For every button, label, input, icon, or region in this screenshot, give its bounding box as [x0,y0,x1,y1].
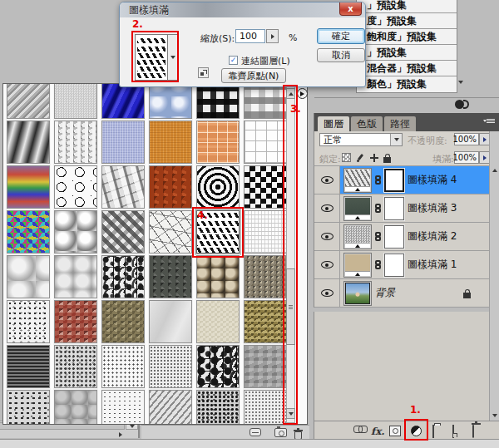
layer-thumbnail[interactable] [343,168,372,193]
pattern-swatch-blue-satin[interactable] [101,83,145,119]
pattern-swatch-light-speckle[interactable] [149,345,192,388]
layers-scrollbar[interactable] [489,131,499,421]
pattern-swatch-psychedelic-noise[interactable] [7,210,50,254]
lock-transparency-icon[interactable] [342,153,351,162]
snap-origin-button[interactable]: 靠齊原點(N) [221,68,286,83]
visibility-toggle[interactable] [314,194,340,222]
arrow-right-icon[interactable] [119,432,122,437]
layer-row[interactable]: 圖樣填滿 4 [314,166,489,194]
cancel-button[interactable]: 取消 [317,48,365,62]
pattern-swatch-rust[interactable] [149,165,192,209]
pattern-swatch-orange-fabric[interactable] [149,121,192,164]
pattern-swatch-soft-gray[interactable] [54,390,97,425]
pattern-swatch-beige-stone[interactable] [196,300,240,343]
lock-all-icon[interactable] [383,157,391,163]
pattern-swatch-black-weave[interactable] [196,83,240,119]
tab-layers[interactable]: 圖層 [318,116,349,131]
tab-channels[interactable]: 色版 [351,116,383,131]
layer-row[interactable]: 圖樣填滿 3 [314,194,489,223]
ok-button[interactable]: 確定 [317,28,365,44]
pattern-swatch-rainbow-stripes[interactable] [7,165,50,209]
new-layer-icon[interactable] [452,425,454,438]
link-layers-checkbox[interactable]: ✓ [229,56,238,65]
pattern-swatch-white-speckle-fine[interactable] [101,345,145,388]
snapshot-icon[interactable] [274,428,287,437]
new-preset-icon[interactable] [198,67,209,78]
pattern-swatch-light-noise[interactable] [244,390,287,425]
pattern-swatch-rough-gray[interactable] [244,345,287,388]
pattern-swatch-zigzag-relief[interactable] [101,210,145,254]
scale-input[interactable]: 100 [235,29,265,43]
pattern-scrollbar-track[interactable] [286,86,295,423]
preset-menu-item[interactable]: 顏色」預設集 [357,76,457,92]
pattern-swatch-dark-speckle[interactable] [196,390,240,425]
tab-paths[interactable]: 路徑 [384,116,416,131]
visibility-toggle[interactable] [314,166,340,194]
pattern-swatch-optical-checker[interactable] [244,165,287,209]
pattern-swatch-gray-speckle[interactable] [54,345,97,388]
preset-menu-scroll-down-icon[interactable] [458,81,463,84]
pattern-swatch-orange-grid[interactable] [196,121,240,164]
pattern-swatch-gravel[interactable] [244,255,287,298]
pattern-swatch-blue-bubbles[interactable] [149,83,192,119]
pattern-scrollbar-thumb[interactable] [286,268,295,345]
pattern-swatch-gray-splatter[interactable] [54,121,97,164]
layer-style-icon[interactable]: fx. [371,426,385,436]
pattern-swatch-gray-granite[interactable] [7,390,50,425]
pattern-swatch-ink-splotches[interactable] [101,255,145,298]
visibility-toggle[interactable] [314,223,340,250]
pattern-swatch-red-granite[interactable] [54,300,97,343]
layer-thumbnail[interactable] [343,281,372,306]
pattern-swatch-white-grid[interactable] [244,121,287,164]
preset-menu-item[interactable]: 」預設集 [357,0,457,13]
pattern-scroll-up-button[interactable] [286,88,295,99]
pattern-swatch-white-noise[interactable] [101,390,145,425]
pattern-swatch-crumpled-gray[interactable] [101,165,145,209]
layer-mask-thumbnail[interactable] [384,225,404,249]
visibility-toggle[interactable] [314,251,340,278]
layer-row[interactable]: 圖樣填滿 2 [314,223,489,251]
blend-mode-dropdown[interactable]: 正常 [319,133,403,146]
delete-layer-icon[interactable] [472,425,474,438]
layer-row[interactable]: 圖樣填滿 1 [314,251,489,279]
pattern-swatch-ink-squiggles[interactable] [54,165,97,209]
close-icon[interactable]: x [339,2,362,16]
pattern-swatch-gray-clouds[interactable] [7,255,50,298]
add-mask-icon[interactable] [389,426,401,436]
pattern-swatch-fine-noise[interactable] [54,83,97,119]
layer-row[interactable]: 背景 [314,279,489,308]
new-group-icon[interactable] [432,425,434,438]
pattern-swatch-white-speckle[interactable] [7,300,50,343]
opacity-value[interactable]: 100% [454,133,479,145]
pattern-swatch-smooth-waves[interactable] [7,121,50,164]
pattern-swatch-soft-clouds[interactable] [54,210,97,254]
layer-mask-thumbnail[interactable] [384,197,404,220]
preset-menu-item[interactable]: 」預設集 [357,45,457,61]
lock-position-icon[interactable] [369,153,379,163]
pattern-swatch-pebbles[interactable] [196,255,240,298]
layer-mask-thumbnail[interactable] [384,254,404,277]
scale-dropdown-button[interactable] [266,29,279,43]
pattern-swatch-blue-fabric[interactable] [101,121,145,164]
pattern-panel-menu-button[interactable] [297,88,308,99]
panel-menu-icon[interactable] [483,118,495,126]
pattern-swatch-cracked-plaster[interactable] [149,210,192,254]
visibility-toggle[interactable] [314,279,340,307]
layer-mask-thumbnail[interactable] [384,169,404,192]
layer-thumbnail[interactable] [343,224,372,249]
pattern-preview-well[interactable] [135,34,168,81]
lock-paint-icon[interactable] [355,153,365,163]
pattern-swatch-dark-rock[interactable] [149,255,192,298]
preset-menu-item[interactable]: 度」預設集 [357,13,457,29]
pattern-swatch-gold-gravel[interactable] [244,300,287,343]
pattern-swatch-white-mesh[interactable] [244,210,287,254]
pattern-scroll-down-button[interactable] [286,408,295,419]
button-icon[interactable] [250,428,261,436]
pattern-swatch-diagonal-strokes[interactable] [7,83,50,119]
dialog-titlebar[interactable]: 圖樣填滿 [120,2,365,17]
pattern-swatch-dark-strata[interactable] [7,345,50,388]
preset-menu-item[interactable]: 飽和度」預設集 [357,29,457,45]
pattern-swatch-gray-blobs[interactable] [54,255,97,298]
pattern-well-dropdown[interactable] [168,34,178,81]
pattern-swatch-bw-camo[interactable] [196,345,240,388]
